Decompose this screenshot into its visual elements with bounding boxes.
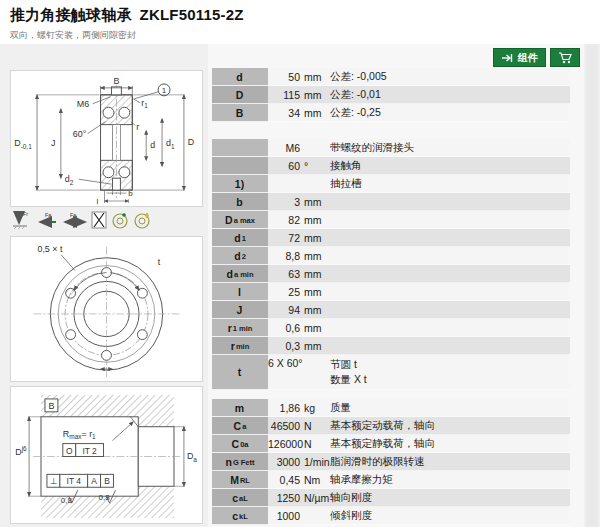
svg-text:Fr: Fr [23,211,28,217]
row-desc: 接触角 [326,159,362,173]
row-unit: 1/min [300,456,326,468]
row-label: l [212,283,268,301]
row-value: 6 X 60° [268,357,300,369]
row-value: 3000 [268,456,300,468]
row-unit: mm [300,196,326,208]
svg-text:Fa: Fa [45,212,52,218]
front-view-svg: 0,5 × t t [13,239,200,379]
page-title: 推力角接触球轴承ZKLF50115-2Z [10,6,244,25]
row-unit: mm [300,214,326,226]
row-unit: mm [300,89,326,101]
table-row: r1 min 0,6mm [212,319,570,337]
row-value: 1250 [268,492,300,504]
row-desc: 节圆 t数量 X t [326,357,367,387]
table-row: da min 63mm [212,265,570,283]
row-desc: 公差: -0,01 [326,88,381,102]
dim-B-label: B [113,76,119,86]
svg-text:D-0,1: D-0,1 [14,138,32,149]
row-value: 126000 [268,438,300,450]
row-value: 46500 [268,420,300,432]
table-row: MRL 0,45Nm轴承摩擦力矩 [212,471,570,489]
row-label: rmin [212,337,268,355]
header: 推力角接触球轴承ZKLF50115-2Z 双向，螺钉安装，两侧间隙密封 [10,6,244,42]
svg-text:r1: r1 [141,98,148,109]
row-label: b [212,193,268,211]
scrollbar-track[interactable] [586,44,598,527]
row-desc: 公差: -0,25 [326,106,381,120]
row-label: d2 [212,247,268,265]
axial-load-icon: Fa [40,212,56,222]
row-unit: kg [300,402,326,414]
table-row: rmin 0,3mm [212,337,570,355]
row-value: 34 [268,107,300,119]
row-label: Da max [212,211,268,229]
row-unit: mm [300,286,326,298]
svg-text:Fa: Fa [70,212,77,218]
row-label: J [212,301,268,319]
row-unit: mm [300,340,326,352]
dim-r-label: r [136,122,139,132]
row-label: B [212,104,268,122]
cart-icon [558,51,572,64]
row-value: 72 [268,232,300,244]
row-label: D [212,86,268,104]
row-unit: mm [300,71,326,83]
row-value: 60 [268,160,300,172]
table-row: nG Fett 30001/min脂润滑时的极限转速 [212,453,570,471]
row-label: d [212,68,268,86]
svg-text:Da: Da [187,451,197,462]
row-value: 3 [268,196,300,208]
svg-text:⊥: ⊥ [50,476,57,486]
row-unit: mm [300,107,326,119]
grease-lubrication-icon [113,213,127,228]
dim-M6-label: M6 [77,99,89,109]
row-value: 1,86 [268,402,300,414]
dim-J-label: J [51,138,55,148]
cross-section-svg: B 1 M6 r1 60° r d d1 D [13,73,200,204]
row-label: d1 [212,229,268,247]
row-value: 8,8 [268,250,300,262]
radial-load-icon: Fr [13,211,28,229]
table-row: J 94mm [212,301,570,319]
row-unit: N [300,420,326,432]
table-row: l 25mm [212,283,570,301]
row-label: 1) [212,175,268,193]
component-button[interactable]: 组件 [493,48,546,67]
row-unit: mm [300,250,326,262]
row-label [212,139,268,157]
perpendicularity-tolerance-label: IT 4 [67,476,82,486]
dim-D-label: D [188,137,195,147]
cart-button[interactable] [550,48,580,67]
row-label [212,157,268,175]
row-value: 63 [268,268,300,280]
svg-text:Dj6: Dj6 [15,445,27,457]
table-row: Da max 82mm [212,211,570,229]
row-label: r1 min [212,319,268,337]
model-number: ZKLF50115-2Z [140,6,244,23]
table-row: d 50mm公差: -0,005 [212,68,570,86]
dim-l-label: l [97,197,99,204]
row-value: 1000 [268,510,300,522]
row-desc: 公差: -0,005 [326,70,387,84]
toolbar: 组件 [493,48,580,67]
row-desc: 基本额定静载荷，轴向 [326,437,435,451]
row-desc: 脂润滑时的极限转速 [326,455,425,469]
table-row: ckL 1000倾斜刚度 [212,507,570,525]
row-value: 0,6 [268,322,300,334]
row-value: 0,45 [268,474,300,486]
row-label: Ca [212,417,268,435]
row-unit: mm [300,232,326,244]
row-desc: 抽拉槽 [326,177,362,191]
datum-b-label: B [48,401,54,411]
svg-text:d1: d1 [166,138,175,149]
note-1-label: 1 [162,86,167,95]
row-label: MRL [212,471,268,489]
mounting-svg: B Rmax= r1 O IT 2 ⊥ IT 4 A B 0,8 0,8 Dj6 [13,389,200,521]
mounting-drawing: B Rmax= r1 O IT 2 ⊥ IT 4 A B 0,8 0,8 Dj6 [10,386,203,524]
bearing-detail-page: 推力角接触球轴承ZKLF50115-2Z 双向，螺钉安装，两侧间隙密封 组件 [0,0,600,527]
row-unit: Nm [300,474,326,486]
row-unit: mm [300,304,326,316]
row-value: 25 [268,286,300,298]
row-label: da min [212,265,268,283]
table-row: d1 72mm [212,229,570,247]
